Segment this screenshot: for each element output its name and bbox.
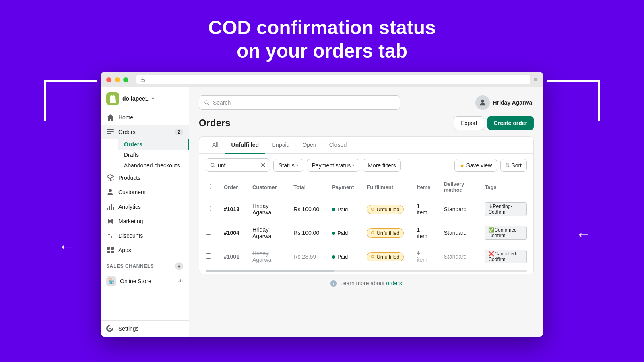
sidebar-item-products[interactable]: Products <box>101 171 189 185</box>
settings-label: Settings <box>118 325 139 332</box>
page-title: Orders <box>199 117 231 129</box>
page-header: Orders Export Create order <box>199 116 534 130</box>
status-filter-label: Status <box>279 162 295 169</box>
order-number-1004[interactable]: #1004 <box>217 221 246 245</box>
select-all-header[interactable] <box>199 177 217 197</box>
sidebar-item-customers[interactable]: Customers <box>101 185 189 200</box>
tab-all[interactable]: All <box>206 137 225 154</box>
status-filter-button[interactable]: Status ▾ <box>273 159 303 172</box>
orders-link[interactable]: orders <box>386 280 402 286</box>
tab-unpaid[interactable]: Unpaid <box>265 137 296 154</box>
global-search-bar[interactable]: Search <box>199 95 400 110</box>
main-content: Search Hriday Agarwal Orders Export Crea… <box>189 87 543 337</box>
sidebar: dollapee1 ▾ Home Orders 2 Orders Drafts <box>101 87 189 337</box>
sidebar-label-apps: Apps <box>118 247 131 253</box>
svg-rect-6 <box>111 204 112 210</box>
sidebar-label-customers: Customers <box>118 189 146 195</box>
svg-point-8 <box>108 234 110 235</box>
user-avatar <box>475 95 490 110</box>
top-bar: Search Hriday Agarwal <box>199 95 534 110</box>
clear-filter-button[interactable]: ✕ <box>260 161 266 169</box>
sidebar-item-analytics[interactable]: Analytics <box>101 200 189 214</box>
filter-bar: unf ✕ Status ▾ Payment status ▾ More fil… <box>199 154 533 177</box>
orders-tabs: All Unfulfilled Unpaid Open Closed <box>199 137 533 154</box>
tag-badge-1004: ✅Confirmed-Codfirm <box>485 226 527 240</box>
svg-rect-4 <box>107 208 108 210</box>
orders-icon <box>106 128 114 136</box>
bracket-top-right <box>547 80 600 121</box>
fulfillment-dot <box>371 255 374 258</box>
tag-badge-1013: ⚠Pending-Codfirm <box>485 202 527 216</box>
table-row: #1001 Hriday Agarwal Rs.23.59 Paid <box>199 245 533 269</box>
sidebar-item-online-store[interactable]: 🏪 Online Store 👁 <box>101 274 189 289</box>
menu-icon: ≡ <box>533 76 538 84</box>
sort-button[interactable]: ⇅ Sort <box>500 159 527 172</box>
user-name: Hriday Agarwal <box>493 99 534 106</box>
arrow-left-icon: ← <box>58 237 74 255</box>
create-order-button[interactable]: Create order <box>487 116 534 130</box>
lock-icon <box>140 77 145 82</box>
th-delivery: Delivery method <box>438 177 479 197</box>
sidebar-item-marketing[interactable]: Marketing <box>101 214 189 228</box>
online-store-label: Online Store <box>120 278 151 284</box>
analytics-icon <box>106 203 114 211</box>
payment-status-label: Payment status <box>312 162 351 169</box>
total-1004: Rs.100.00 <box>287 221 326 245</box>
payment-status-filter-button[interactable]: Payment status ▾ <box>307 159 360 172</box>
fulfillment-1001: Unfulfilled <box>360 245 410 269</box>
svg-rect-3 <box>107 133 111 134</box>
tab-open[interactable]: Open <box>296 137 322 154</box>
tab-unfulfilled[interactable]: Unfulfilled <box>225 137 265 154</box>
sidebar-item-home[interactable]: Home <box>101 110 189 125</box>
horizontal-scrollbar[interactable] <box>206 270 527 272</box>
order-number-1013[interactable]: #1013 <box>217 197 246 221</box>
add-sales-channel-button[interactable]: + <box>175 262 183 270</box>
sidebar-subitem-abandoned[interactable]: Abandoned checkouts <box>118 160 189 171</box>
sidebar-store-header[interactable]: dollapee1 ▾ <box>101 87 189 110</box>
info-icon: i <box>330 280 337 287</box>
items-1004: 1 item <box>410 221 437 245</box>
sidebar-label-products: Products <box>118 175 140 181</box>
sort-label: Sort <box>511 162 522 169</box>
sidebar-subitem-orders[interactable]: Orders <box>118 139 189 150</box>
save-view-label: Save view <box>466 162 492 169</box>
table-row: #1004 Hriday Agarwal Rs.100.00 Paid <box>199 221 533 245</box>
bracket-top-left <box>44 80 97 121</box>
fulfillment-1013: Unfulfilled <box>360 197 410 221</box>
close-dot <box>106 77 111 82</box>
svg-point-14 <box>109 328 111 329</box>
filter-search[interactable]: unf ✕ <box>206 158 270 172</box>
th-tags: Tags <box>478 177 533 197</box>
fulfillment-dot <box>371 208 374 211</box>
row-checkbox-1001[interactable] <box>199 245 217 269</box>
svg-rect-13 <box>111 251 114 253</box>
payment-1004: Paid <box>326 221 360 245</box>
save-view-button[interactable]: ★ Save view <box>454 159 497 172</box>
th-total: Total <box>287 177 326 197</box>
table-row: #1013 Hriday Agarwal Rs.100.00 Paid <box>199 197 533 221</box>
sidebar-subitem-drafts[interactable]: Drafts <box>118 150 189 160</box>
online-store-icon: 🏪 <box>106 276 116 286</box>
orders-subnav: Orders Drafts Abandoned checkouts <box>101 139 189 171</box>
sort-icon: ⇅ <box>506 162 510 168</box>
total-1001: Rs.23.59 <box>287 245 326 269</box>
scrollbar-thumb[interactable] <box>206 270 334 272</box>
sidebar-item-discounts[interactable]: Discounts <box>101 228 189 243</box>
browser-titlebar: ≡ <box>101 72 543 87</box>
row-checkbox-1013[interactable] <box>199 197 217 221</box>
shopify-bag-icon <box>109 95 116 103</box>
export-button[interactable]: Export <box>454 116 484 130</box>
sidebar-item-apps[interactable]: Apps <box>101 243 189 257</box>
row-checkbox-1004[interactable] <box>199 221 217 245</box>
svg-rect-12 <box>107 251 110 253</box>
total-1013: Rs.100.00 <box>287 197 326 221</box>
sidebar-item-orders[interactable]: Orders 2 <box>101 125 189 139</box>
select-all-checkbox[interactable] <box>206 184 211 189</box>
more-filters-button[interactable]: More filters <box>363 159 401 172</box>
customer-1001: Hriday Agarwal <box>246 245 287 269</box>
tab-closed[interactable]: Closed <box>323 137 353 154</box>
order-number-1001[interactable]: #1001 <box>217 245 246 269</box>
sidebar-item-settings[interactable]: Settings <box>101 320 189 337</box>
delivery-1004: Standard <box>438 221 479 245</box>
svg-rect-2 <box>107 131 114 132</box>
